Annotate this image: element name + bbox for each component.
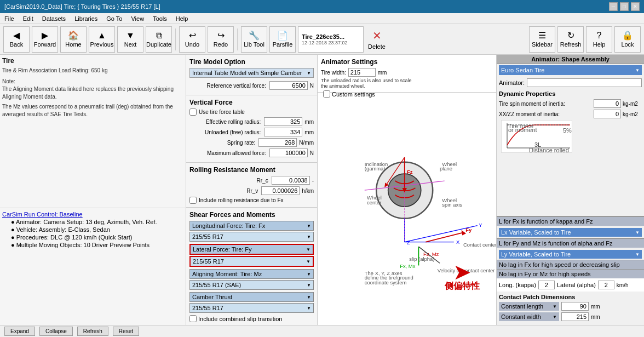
camber-thrust-dropdown[interactable]: Camber Thrust ▼	[189, 292, 314, 302]
eff-radius-input[interactable]	[264, 117, 302, 126]
tire-width-unit: mm	[378, 70, 387, 76]
menu-file[interactable]: File	[2, 15, 16, 22]
const-width-row: Constant width ▼ mm	[499, 312, 642, 321]
slip-label: slip (alpha)	[409, 256, 434, 262]
maximize-button[interactable]: □	[620, 2, 629, 11]
speed-section: Long. (kappa) Lateral (alpha) km/h	[497, 278, 644, 292]
expand-button[interactable]: Expand	[4, 327, 35, 336]
menu-datasets[interactable]: Datasets	[40, 15, 68, 22]
collapse-button[interactable]: Collapse	[39, 327, 73, 336]
x-axis-label: X	[456, 239, 460, 245]
const-length-label: Constant length	[501, 303, 543, 310]
long-force-sub[interactable]: 215/55 R17 ▼	[189, 232, 314, 242]
spring-rate-input[interactable]	[258, 138, 297, 147]
tree-animator-label: Animator: Camera Setup: 13 deg, Azimuth,…	[16, 219, 157, 225]
aligning-moment-dropdown[interactable]: Aligning Moment: Tire: Mz ▼	[189, 269, 314, 279]
forward-button[interactable]: ▶ Forward	[32, 26, 58, 53]
toolbar-separator-2	[237, 28, 238, 50]
parsfile-icon: 📄	[277, 31, 288, 40]
max-force-input[interactable]	[269, 148, 308, 157]
graph-svg: 5% Distance rolled 3L Tire force or mome…	[502, 121, 572, 153]
delete-button[interactable]: ✕ Delete	[366, 26, 388, 53]
tree-item-animator[interactable]: ● Animator: Camera Setup: 13 deg, Azimut…	[11, 218, 183, 226]
use-force-table-cb[interactable]	[189, 108, 197, 116]
redo-button[interactable]: ↪ Redo	[208, 26, 234, 53]
reset-button[interactable]: Reset	[113, 327, 139, 336]
menu-help[interactable]: Help	[174, 15, 191, 22]
wheel-center-label2: center	[367, 199, 381, 205]
animator-label-row: Animator:	[497, 77, 644, 88]
menu-goto[interactable]: Go To	[104, 15, 124, 22]
include-rolling-cb[interactable]	[189, 197, 197, 204]
lx-dropdown[interactable]: Lx Variable, Scaled to Tire ▼	[499, 228, 642, 237]
xz-inertia-input[interactable]	[594, 110, 621, 118]
const-width-label-box[interactable]: Constant width ▼	[499, 312, 559, 321]
nolag-fy-section: No lag in Fy or Mz for high speeds	[497, 269, 644, 278]
speed-long-input[interactable]	[538, 281, 555, 289]
euro-sedan-dropdown[interactable]: Euro Sedan Tire ▼	[499, 65, 642, 75]
aligning-sub[interactable]: 215/55 R17 (SAE) ▼	[189, 280, 314, 290]
menu-view[interactable]: View	[129, 15, 146, 22]
previous-button[interactable]: ▲ Previous	[89, 26, 115, 53]
unloaded-radius-input[interactable]	[264, 128, 302, 136]
spring-rate-unit: N/mm	[299, 140, 314, 146]
menu-libraries[interactable]: Libraries	[72, 15, 100, 22]
const-width-input[interactable]	[561, 312, 589, 321]
parsfile-button[interactable]: 📄 Parsfile	[269, 26, 296, 53]
nolag-fx-text: No lag in Fx for high speed or decreasin…	[499, 261, 620, 268]
l-fx-dropdown-area: Lx Variable, Scaled to Tire ▼	[497, 226, 644, 238]
tire-width-label: Tire width:	[321, 70, 346, 76]
ref-force-input[interactable]	[269, 81, 308, 90]
rr-c-input[interactable]	[272, 176, 310, 185]
help-icon: ?	[597, 31, 602, 40]
minimize-button[interactable]: ─	[609, 2, 618, 11]
long-force-dropdown[interactable]: Longitudinal Force: Tire: Fx ▼	[189, 221, 314, 231]
custom-settings-cb[interactable]	[323, 90, 330, 98]
long-force-label: Longitudinal Force: Tire: Fx	[192, 222, 265, 229]
undo-button[interactable]: ↩ Undo	[179, 26, 205, 53]
svg-text:5%: 5%	[563, 127, 572, 134]
tire-width-input[interactable]	[348, 68, 376, 77]
note-title: Note:	[2, 78, 183, 85]
home-button[interactable]: 🏠 Home	[60, 26, 87, 53]
rr-v-unit: h/km	[302, 188, 314, 194]
bottom-refresh-button[interactable]: Refresh	[77, 327, 108, 336]
xz-inertia-row: XX/ZZ moment of inertia: kg-m2	[499, 110, 642, 118]
big-red-arrow-icon: ➤	[453, 261, 472, 286]
custom-settings-label: Custom settings	[332, 91, 375, 98]
spin-inertia-input[interactable]	[594, 99, 621, 108]
menu-edit[interactable]: Edit	[21, 15, 36, 22]
unloaded-radius-unit: mm	[304, 129, 314, 135]
tree-item-objects[interactable]: ● Multiple Moving Objects: 10 Driver Pre…	[11, 241, 183, 249]
help-button[interactable]: ? Help	[586, 26, 612, 53]
lock-button[interactable]: 🔒 Lock	[614, 26, 641, 53]
model-dropdown[interactable]: Internal Table Model with Simple Camber …	[189, 68, 314, 78]
right-panel: Animator: Shape Assembly Euro Sedan Tire…	[496, 55, 644, 325]
const-length-label-box[interactable]: Constant length ▼	[499, 302, 559, 311]
menu-tools[interactable]: Tools	[151, 15, 169, 22]
rr-v-input[interactable]	[261, 186, 300, 195]
svg-text:3L: 3L	[534, 141, 541, 148]
tree-procedures-label: Procedures: DLC @ 120 km/h (Quick Start)	[16, 234, 133, 241]
contact-patch-section: Contact Patch Dimensions Constant length…	[497, 292, 644, 325]
ly-dropdown[interactable]: Ly Variable, Scaled to Tire ▼	[499, 250, 642, 259]
close-button[interactable]: ✕	[631, 2, 640, 11]
tree-item-vehicle[interactable]: ● Vehicle: Assembly: E-Class, Sedan	[11, 226, 183, 233]
tree-item-procedures[interactable]: ● Procedures: DLC @ 120 km/h (Quick Star…	[11, 233, 183, 241]
animator-input[interactable]	[527, 78, 642, 87]
camber-sub[interactable]: 215/55 R17 ▼	[189, 303, 314, 313]
duplicate-button[interactable]: ⧉ Duplicate	[146, 26, 172, 53]
window-controls: ─ □ ✕	[609, 2, 640, 11]
include-combined-cb[interactable]	[189, 315, 197, 322]
const-length-input[interactable]	[561, 302, 589, 311]
use-force-table-row: Use tire force table	[189, 108, 314, 116]
libtool-button[interactable]: 🔧 Lib Tool	[241, 26, 267, 53]
lat-force-sub[interactable]: 215/55 R17 ▼	[189, 256, 314, 267]
sidebar-button[interactable]: ☰ Sidebar	[529, 26, 555, 53]
lat-force-dropdown[interactable]: Lateral Force: Tire: Fy ▼	[189, 244, 314, 255]
back-button[interactable]: ◀ Back	[3, 26, 30, 53]
tree-root[interactable]: CarSim Run Control: Baseline	[2, 210, 183, 218]
refresh-button[interactable]: ↻ Refresh	[557, 26, 584, 53]
speed-lat-input[interactable]	[598, 281, 614, 289]
next-button[interactable]: ▼ Next	[117, 26, 143, 53]
